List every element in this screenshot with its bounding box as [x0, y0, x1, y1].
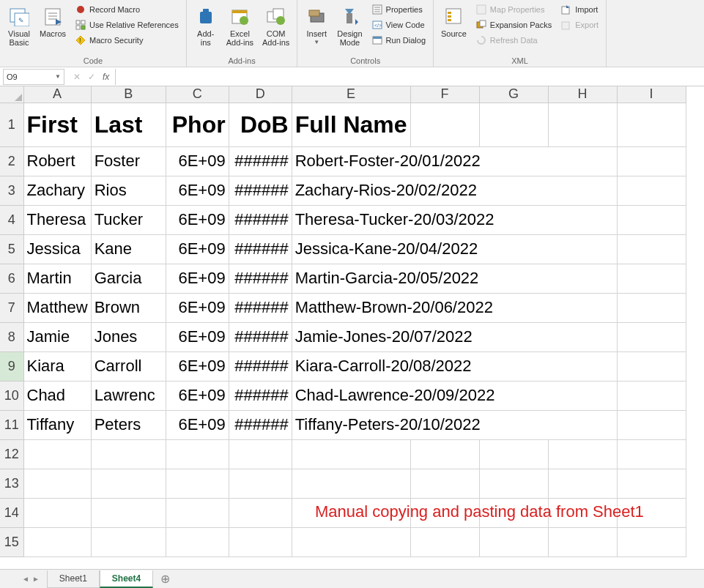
expansion-packs-button[interactable]: Expansion Packs [474, 18, 553, 31]
cell-B3[interactable]: Rios [91, 176, 166, 205]
column-header-I[interactable]: I [617, 86, 686, 103]
cell-B11[interactable]: Peters [91, 410, 166, 439]
addins-button[interactable]: Add-ins [190, 1, 222, 47]
cell-C13[interactable] [166, 469, 229, 498]
cell-G15[interactable] [479, 527, 548, 557]
cell-B5[interactable]: Kane [91, 234, 166, 264]
cell-D13[interactable] [229, 469, 292, 498]
cell-D1[interactable]: DoB [229, 103, 292, 146]
cell-A5[interactable]: Jessica [23, 234, 91, 264]
row-header-15[interactable]: 15 [0, 527, 23, 557]
row-header-1[interactable]: 1 [0, 103, 23, 146]
cell-C7[interactable]: 6E+09 [166, 293, 229, 322]
cell-A4[interactable]: Theresa [23, 205, 91, 234]
sheet-nav-prev-icon[interactable]: ◄ [22, 575, 29, 583]
cell-D8[interactable]: ###### [229, 322, 292, 351]
xml-source-button[interactable]: Source [437, 1, 471, 38]
column-header-A[interactable]: A [23, 86, 91, 103]
cell-D6[interactable]: ###### [229, 264, 292, 293]
cell-E9[interactable]: Kiara-Carroll-20/08/2022 [292, 351, 617, 381]
cell-E8[interactable]: Jamie-Jones-20/07/2022 [292, 322, 617, 351]
cell-B14[interactable] [91, 498, 166, 527]
cell-D11[interactable]: ###### [229, 410, 292, 439]
cell-G1[interactable] [479, 103, 548, 146]
cell-E13[interactable] [292, 469, 410, 498]
cell-B4[interactable]: Tucker [91, 205, 166, 234]
cell-C8[interactable]: 6E+09 [166, 322, 229, 351]
cell-D4[interactable]: ###### [229, 205, 292, 234]
record-macro-button[interactable]: Record Macro [73, 3, 180, 16]
cell-B10[interactable]: Lawrenc [91, 381, 166, 410]
cell-D12[interactable] [229, 439, 292, 469]
cell-I2[interactable] [617, 146, 686, 176]
cell-C2[interactable]: 6E+09 [166, 146, 229, 176]
row-header-3[interactable]: 3 [0, 176, 23, 205]
cell-D7[interactable]: ###### [229, 293, 292, 322]
cell-I6[interactable] [617, 264, 686, 293]
xml-import-button[interactable]: Import [559, 3, 600, 16]
cell-B8[interactable]: Jones [91, 322, 166, 351]
column-header-D[interactable]: D [229, 86, 292, 103]
row-header-9[interactable]: 9 [0, 351, 23, 381]
row-header-2[interactable]: 2 [0, 146, 23, 176]
properties-button[interactable]: Properties [370, 3, 427, 16]
cell-A3[interactable]: Zachary [23, 176, 91, 205]
column-header-G[interactable]: G [479, 86, 548, 103]
cell-A7[interactable]: Matthew [23, 293, 91, 322]
cell-A9[interactable]: Kiara [23, 351, 91, 381]
cell-D2[interactable]: ###### [229, 146, 292, 176]
formula-enter-button[interactable]: ✓ [88, 72, 95, 82]
cell-E1[interactable]: Full Name [292, 103, 410, 146]
cell-D5[interactable]: ###### [229, 234, 292, 264]
com-addins-button[interactable]: COMAdd-ins [258, 1, 294, 47]
macros-button[interactable]: Macros [35, 1, 70, 38]
cell-E12[interactable] [292, 439, 410, 469]
use-relative-refs-button[interactable]: Use Relative References [73, 18, 180, 31]
cell-A11[interactable]: Tiffany [23, 410, 91, 439]
cell-B1[interactable]: Last [91, 103, 166, 146]
cell-A12[interactable] [23, 439, 91, 469]
cell-I5[interactable] [617, 234, 686, 264]
row-header-14[interactable]: 14 [0, 498, 23, 527]
column-header-E[interactable]: E [292, 86, 410, 103]
cell-C1[interactable]: Phor [166, 103, 229, 146]
sheet-nav-next-icon[interactable]: ► [32, 575, 40, 583]
cell-H15[interactable] [548, 527, 617, 557]
cell-G13[interactable] [479, 469, 548, 498]
name-box-dropdown-icon[interactable]: ▼ [55, 73, 61, 80]
cell-G12[interactable] [479, 439, 548, 469]
cell-I9[interactable] [617, 351, 686, 381]
cell-C14[interactable] [166, 498, 229, 527]
select-all-corner[interactable] [0, 86, 23, 103]
cell-C9[interactable]: 6E+09 [166, 351, 229, 381]
cell-A2[interactable]: Robert [23, 146, 91, 176]
column-header-F[interactable]: F [410, 86, 479, 103]
cell-A15[interactable] [23, 527, 91, 557]
cell-I1[interactable] [617, 103, 686, 146]
cell-E7[interactable]: Matthew-Brown-20/06/2022 [292, 293, 617, 322]
cell-D10[interactable]: ###### [229, 381, 292, 410]
cell-E5[interactable]: Jessica-Kane-20/04/2022 [292, 234, 617, 264]
row-header-4[interactable]: 4 [0, 205, 23, 234]
cell-C4[interactable]: 6E+09 [166, 205, 229, 234]
cell-I7[interactable] [617, 293, 686, 322]
excel-addins-button[interactable]: ExcelAdd-ins [222, 1, 258, 47]
cell-C12[interactable] [166, 439, 229, 469]
row-header-6[interactable]: 6 [0, 264, 23, 293]
cell-A1[interactable]: First [23, 103, 91, 146]
macro-security-button[interactable]: ! Macro Security [73, 34, 180, 47]
cell-A13[interactable] [23, 469, 91, 498]
cell-D15[interactable] [229, 527, 292, 557]
cell-H13[interactable] [548, 469, 617, 498]
row-header-10[interactable]: 10 [0, 381, 23, 410]
sheet-tab-sheet4[interactable]: Sheet4 [100, 570, 153, 588]
cell-A14[interactable] [23, 498, 91, 527]
cell-C15[interactable] [166, 527, 229, 557]
visual-basic-button[interactable]: ✎ VisualBasic [3, 1, 35, 47]
cell-E15[interactable] [292, 527, 410, 557]
formula-cancel-button[interactable]: ✕ [73, 72, 81, 82]
insert-control-button[interactable]: Insert ▼ [300, 1, 333, 45]
cell-I12[interactable] [617, 439, 686, 469]
cell-I13[interactable] [617, 469, 686, 498]
cell-H1[interactable] [548, 103, 617, 146]
